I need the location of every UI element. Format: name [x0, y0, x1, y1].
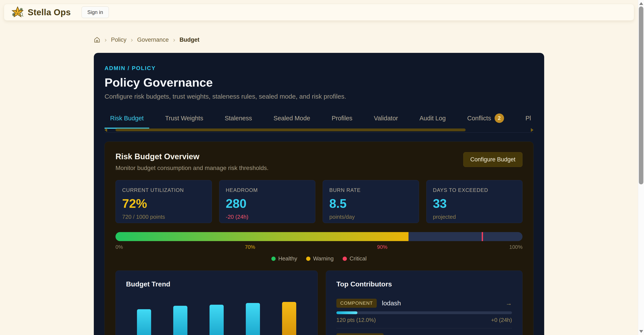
trend-bar [173, 306, 188, 335]
stat-sub: points/day [329, 214, 412, 220]
stat-label: BURN RATE [329, 187, 412, 193]
breadcrumb-link-governance[interactable]: Governance [137, 37, 169, 43]
threshold-label-100: 100% [510, 244, 522, 250]
page-subtitle: Configure risk budgets, trust weights, s… [104, 93, 534, 100]
tab-staleness[interactable]: Staleness [219, 110, 258, 129]
contribution-delta: +0 (24h) [491, 317, 512, 323]
contributor-row[interactable]: VULNERABILITY CVE-2024-1234 ↑ 95 pts (9.… [336, 333, 512, 335]
threshold-label-0: 0% [116, 244, 123, 250]
browser-vertical-scrollbar[interactable] [638, 0, 644, 335]
contributor-row[interactable]: COMPONENT lodash → 120 pts (12.0%) +0 (2… [336, 298, 512, 323]
trend-bar [137, 309, 151, 335]
type-badge: VULNERABILITY [336, 333, 384, 335]
tab-audit-log[interactable]: Audit Log [414, 110, 452, 129]
threshold-label-90: 90% [377, 244, 388, 250]
stat-sub: 720 / 1000 points [122, 214, 205, 220]
utilization-bar-track [116, 232, 522, 241]
stat-sub: -20 (24h) [226, 214, 309, 220]
overview-subtitle: Monitor budget consumption and manage ri… [116, 165, 268, 171]
trend-bar [246, 303, 260, 335]
stat-tiles-row: CURRENT UTILIZATION 72% 720 / 1000 point… [116, 180, 522, 223]
trend-arrow-icon: → [506, 299, 512, 307]
stat-value: 33 [433, 196, 516, 211]
legend-critical: Critical [342, 255, 366, 262]
page-title: Policy Governance [104, 75, 534, 89]
stat-label: HEADROOM [226, 187, 309, 193]
tab-clipped[interactable]: Pl [520, 110, 534, 129]
home-icon[interactable] [94, 37, 100, 43]
stat-sub: projected [433, 214, 516, 220]
trend-bar [210, 305, 224, 335]
tab-risk-budget[interactable]: Risk Budget [104, 110, 149, 129]
tab-scrollbar-track[interactable] [109, 129, 531, 131]
type-badge: COMPONENT [336, 299, 377, 308]
stat-days-to-exceeded: DAYS TO EXCEEDED 33 projected [426, 180, 523, 223]
stella-ops-logo-icon [12, 7, 24, 18]
stat-value: 72% [122, 196, 205, 211]
conflicts-count-badge: 2 [494, 113, 504, 123]
stat-burn-rate: BURN RATE 8.5 points/day [323, 180, 419, 223]
trend-arrow-icon: ↑ [509, 334, 512, 335]
top-navigation-bar: Stella Ops Sign in [4, 4, 634, 21]
healthy-dot-icon [271, 257, 276, 261]
budget-trend-title: Budget Trend [126, 280, 307, 288]
breadcrumb-separator: › [173, 36, 175, 43]
breadcrumb-separator: › [131, 36, 133, 43]
critical-dot-icon [342, 257, 347, 261]
stat-label: CURRENT UTILIZATION [122, 187, 205, 193]
sign-in-button[interactable]: Sign in [82, 7, 109, 18]
vertical-scrollbar-thumb[interactable] [639, 7, 643, 184]
legend-healthy: Healthy [271, 255, 297, 262]
page-body: › Policy › Governance › Budget ADMIN / P… [0, 21, 638, 335]
budget-trend-card: Budget Trend 12/1 12/8 12/15 1 [116, 270, 318, 335]
tab-bar: Risk Budget Trust Weights Staleness Seal… [104, 110, 534, 129]
contribution-bar-track [336, 311, 512, 314]
top-contributors-card: Top Contributors COMPONENT lodash → [326, 270, 522, 335]
stat-value: 8.5 [329, 196, 412, 211]
warning-dot-icon [306, 257, 310, 261]
status-legend: Healthy Warning Critical [116, 255, 522, 262]
threshold-labels: 0% 70% 90% 100% [116, 244, 522, 250]
scroll-down-arrow-icon[interactable] [639, 330, 643, 333]
trend-bar [282, 302, 296, 335]
stat-headroom: HEADROOM 280 -20 (24h) [219, 180, 316, 223]
utilization-bar-section: 0% 70% 90% 100% Healthy Warning [116, 232, 522, 262]
legend-warning: Warning [306, 255, 334, 262]
contributor-name: CVE-2024-1234 [389, 334, 435, 335]
threshold-label-70: 70% [245, 244, 255, 250]
tab-conflicts[interactable]: Conflicts 2 [462, 110, 510, 129]
stat-current-utilization: CURRENT UTILIZATION 72% 720 / 1000 point… [116, 180, 212, 223]
tab-validator[interactable]: Validator [368, 110, 404, 129]
tab-scrollbar-thumb[interactable] [116, 129, 466, 131]
tab-sealed-mode[interactable]: Sealed Mode [268, 110, 316, 129]
scroll-right-arrow-icon[interactable] [531, 128, 534, 132]
breadcrumb-separator: › [104, 36, 107, 43]
stat-label: DAYS TO EXCEEDED [433, 187, 516, 193]
policy-governance-panel: ADMIN / POLICY Policy Governance Configu… [94, 53, 544, 335]
tab-horizontal-scrollbar[interactable] [104, 129, 534, 133]
section-eyebrow: ADMIN / POLICY [104, 65, 534, 72]
stat-value: 280 [226, 196, 309, 211]
critical-threshold-marker [482, 232, 483, 241]
contribution-bar-fill [336, 311, 358, 314]
breadcrumb: › Policy › Governance › Budget [94, 36, 544, 43]
breadcrumb-link-policy[interactable]: Policy [111, 37, 126, 43]
overview-title: Risk Budget Overview [116, 152, 268, 161]
scroll-up-arrow-icon[interactable] [639, 2, 643, 5]
tab-trust-weights[interactable]: Trust Weights [160, 110, 209, 129]
brand[interactable]: Stella Ops [12, 7, 71, 18]
tab-profiles[interactable]: Profiles [326, 110, 358, 129]
utilization-bar-fill [116, 232, 408, 241]
scroll-left-arrow-icon[interactable] [104, 128, 107, 132]
configure-budget-button[interactable]: Configure Budget [463, 152, 522, 167]
top-contributors-title: Top Contributors [336, 280, 512, 288]
brand-name: Stella Ops [28, 8, 71, 17]
contributor-name: lodash [382, 299, 401, 307]
budget-trend-chart [126, 288, 307, 335]
risk-budget-overview-card: Risk Budget Overview Monitor budget cons… [104, 142, 534, 335]
contribution-points: 120 pts (12.0%) [336, 317, 376, 323]
breadcrumb-current-budget: Budget [180, 37, 200, 43]
